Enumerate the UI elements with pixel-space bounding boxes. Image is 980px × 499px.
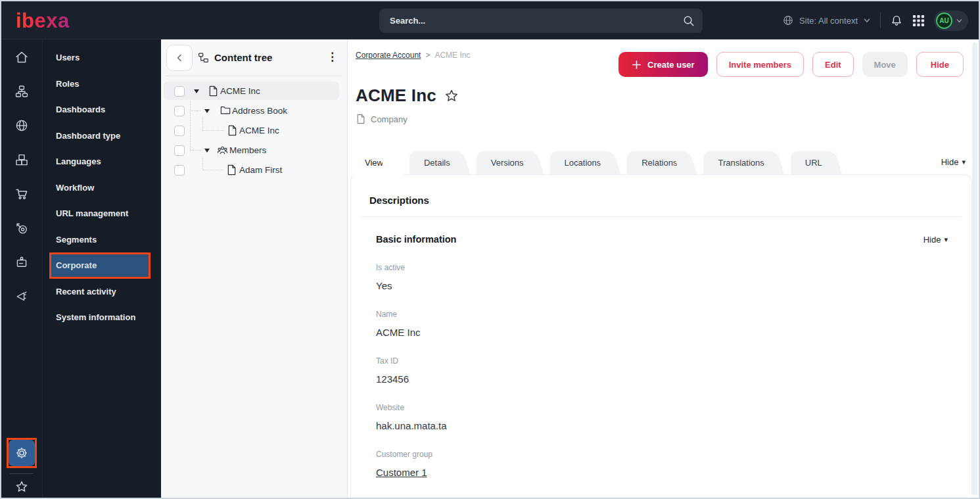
field-sales-rep: Sales rep <box>376 495 971 498</box>
caret-down-icon[interactable] <box>194 89 199 93</box>
user-menu[interactable]: AU <box>934 11 968 31</box>
site-globe-icon[interactable] <box>14 118 29 133</box>
basic-info-hide-toggle[interactable]: Hide ▾ <box>923 235 948 245</box>
tree-hierarchy-icon <box>198 52 209 63</box>
field-is-active: Is active Yes <box>376 262 971 293</box>
tab-label: Translations <box>718 158 764 168</box>
global-search[interactable] <box>379 9 703 33</box>
page-title-row: ACME Inc <box>356 85 459 106</box>
bookmarks-star-icon[interactable] <box>14 479 29 494</box>
marketing-megaphone-icon[interactable] <box>14 289 29 304</box>
sidebar-item-languages[interactable]: Languages <box>43 149 161 175</box>
products-icon[interactable] <box>14 153 29 167</box>
home-icon[interactable] <box>14 50 29 64</box>
field-value: Yes <box>376 279 971 293</box>
content-type-row: Company <box>356 114 408 124</box>
tab-label: Relations <box>642 158 677 168</box>
tabs-hide-toggle[interactable]: Hide ▾ <box>941 157 966 167</box>
checkbox[interactable] <box>174 145 185 156</box>
collapse-panel-button[interactable] <box>166 45 193 71</box>
sidebar-item-segments[interactable]: Segments <box>43 227 161 253</box>
create-user-label: Create user <box>647 60 695 70</box>
field-list: Is active Yes Name ACME Inc Tax ID 12345… <box>376 262 971 498</box>
edit-button[interactable]: Edit <box>812 52 854 77</box>
tab-details[interactable]: Details <box>409 151 457 174</box>
search-input[interactable] <box>390 16 682 26</box>
caret-down-icon: ▾ <box>962 158 966 166</box>
members-icon <box>217 145 228 155</box>
field-label: Is active <box>376 262 971 273</box>
tree-row-label: ACME Inc <box>239 126 279 135</box>
scrollbar-track[interactable] <box>972 42 977 495</box>
icon-rail <box>1 39 42 498</box>
checkbox[interactable] <box>174 86 185 97</box>
section-divider <box>360 216 961 217</box>
sidebar-item-recent-activity[interactable]: Recent activity <box>43 279 161 305</box>
sidebar-item-dashboard-type[interactable]: Dashboard type <box>43 123 161 149</box>
tab-locations[interactable]: Locations <box>550 151 608 174</box>
tab-versions[interactable]: Versions <box>477 151 530 174</box>
tab-label: Versions <box>491 158 524 168</box>
field-label: Name <box>376 308 971 320</box>
field-value: ACME Inc <box>376 326 971 339</box>
caret-down-icon[interactable] <box>204 109 210 113</box>
sidebar-item-dashboards[interactable]: Dashboards <box>43 97 161 123</box>
breadcrumb-link[interactable]: Corporate Account <box>356 51 421 60</box>
search-icon[interactable] <box>682 14 695 27</box>
site-context-selector[interactable]: Site: All context <box>782 14 871 26</box>
tree-row-address-book[interactable]: Address Book <box>161 101 342 121</box>
tab-label: Details <box>424 158 450 168</box>
move-button[interactable]: Move <box>862 52 908 77</box>
content-tree-panel: Content tree ⋮ ACME I <box>161 39 348 498</box>
admin-sidebar: Users Roles Dashboards Dashboard type La… <box>42 39 161 498</box>
field-value-link[interactable]: Customer 1 <box>376 466 971 479</box>
content-structure-icon[interactable] <box>14 84 29 99</box>
favorite-star-icon[interactable] <box>444 88 459 104</box>
hide-button[interactable]: Hide <box>916 52 964 77</box>
personalization-target-icon[interactable] <box>14 221 29 235</box>
field-label: Customer group <box>376 448 971 460</box>
topbar-right-cluster: Site: All context <box>782 1 968 39</box>
tab-label: Locations <box>565 158 601 168</box>
invite-members-button[interactable]: Invite members <box>716 52 804 77</box>
tree-row-adam-first[interactable]: Adam First <box>161 160 342 180</box>
chevron-down-icon <box>956 17 963 24</box>
top-bar: ibexa Site: All context <box>1 1 979 39</box>
customer-badge-icon[interactable] <box>14 255 29 270</box>
file-icon <box>227 164 237 176</box>
folder-icon <box>220 105 231 115</box>
tree-row-members[interactable]: Members <box>161 141 342 160</box>
create-user-button[interactable]: Create user <box>618 52 708 77</box>
file-icon <box>356 114 365 124</box>
sidebar-item-users[interactable]: Users <box>43 45 161 71</box>
tab-url[interactable]: URL <box>791 151 829 174</box>
sidebar-item-workflow[interactable]: Workflow <box>43 175 161 201</box>
tab-view[interactable]: View <box>350 151 390 176</box>
tree-row-acme-inc[interactable]: ACME Inc <box>161 82 342 101</box>
caret-down-icon[interactable] <box>204 149 210 153</box>
field-value: 123456 <box>376 373 971 386</box>
checkbox[interactable] <box>174 126 185 136</box>
app-grid-icon[interactable] <box>912 14 925 27</box>
sidebar-item-corporate[interactable]: Corporate <box>49 252 151 279</box>
sidebar-item-system-information[interactable]: System information <box>43 304 161 331</box>
content-tree-title: Content tree <box>198 39 272 76</box>
sidebar-item-url-management[interactable]: URL management <box>43 201 161 227</box>
tab-relations[interactable]: Relations <box>627 151 684 174</box>
checkbox[interactable] <box>174 106 185 116</box>
settings-gear-icon[interactable] <box>9 440 35 466</box>
tree-row-label: Members <box>229 145 266 155</box>
annotation-highlight-settings <box>7 438 37 468</box>
commerce-cart-icon[interactable] <box>14 187 29 201</box>
notifications-bell-icon[interactable] <box>890 14 903 27</box>
tab-translations[interactable]: Translations <box>703 151 770 174</box>
content-view-card: Descriptions Basic information Hide ▾ Is… <box>350 174 972 498</box>
sidebar-item-roles[interactable]: Roles <box>43 71 161 97</box>
checkbox[interactable] <box>174 165 185 176</box>
field-customer-group: Customer group Customer 1 <box>376 448 971 479</box>
tree-row-acme-inc-child[interactable]: ACME Inc <box>161 121 342 141</box>
tree-row-label: ACME Inc <box>220 86 260 96</box>
field-name: Name ACME Inc <box>376 308 971 339</box>
more-vertical-icon[interactable]: ⋮ <box>327 50 338 64</box>
globe-icon <box>782 14 794 26</box>
